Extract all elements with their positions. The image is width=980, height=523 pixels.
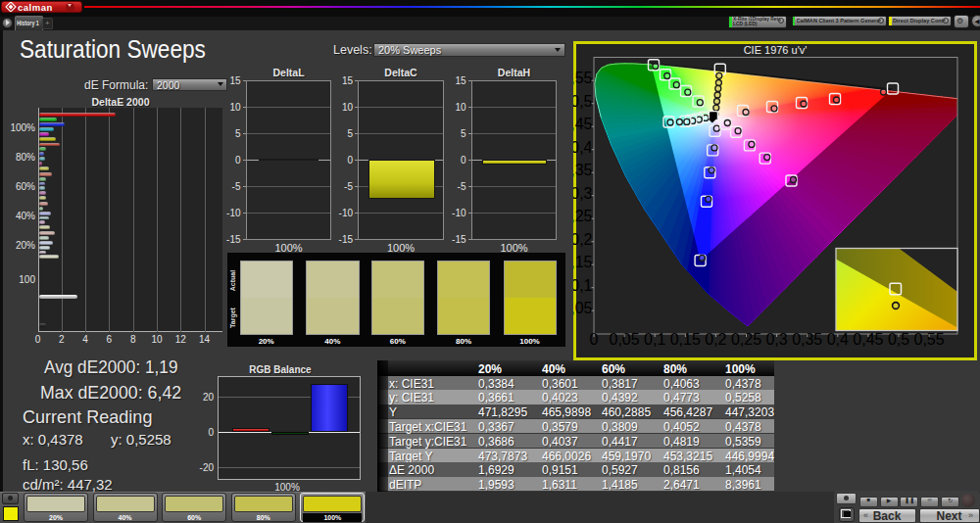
svg-text:0,1: 0,1 xyxy=(573,277,593,294)
svg-text:0,1: 0,1 xyxy=(644,331,665,348)
svg-text:0,55: 0,55 xyxy=(914,331,945,348)
svg-text:0,25: 0,25 xyxy=(731,331,761,348)
svg-text:0,15: 0,15 xyxy=(670,331,701,348)
svg-text:0,2: 0,2 xyxy=(705,331,726,348)
svg-text:0,15: 0,15 xyxy=(573,254,593,270)
svg-text:0,3: 0,3 xyxy=(765,331,787,348)
svg-text:0,2: 0,2 xyxy=(573,231,593,248)
svg-text:CIE 1976 u'v': CIE 1976 u'v' xyxy=(744,44,808,56)
svg-text:0,4: 0,4 xyxy=(573,139,593,156)
svg-text:0,05: 0,05 xyxy=(610,331,640,348)
svg-text:0,05: 0,05 xyxy=(573,300,593,316)
svg-text:0,45: 0,45 xyxy=(573,116,593,132)
svg-text:0,55: 0,55 xyxy=(573,70,593,86)
svg-text:0,3: 0,3 xyxy=(573,185,593,202)
svg-text:0: 0 xyxy=(590,331,599,348)
svg-text:0,4: 0,4 xyxy=(827,331,849,348)
svg-text:0,45: 0,45 xyxy=(853,331,883,348)
svg-text:0,5: 0,5 xyxy=(573,93,593,110)
svg-text:0,5: 0,5 xyxy=(888,331,909,348)
svg-text:0,35: 0,35 xyxy=(573,162,593,178)
svg-text:0,25: 0,25 xyxy=(573,208,593,224)
svg-text:0,35: 0,35 xyxy=(792,331,822,348)
